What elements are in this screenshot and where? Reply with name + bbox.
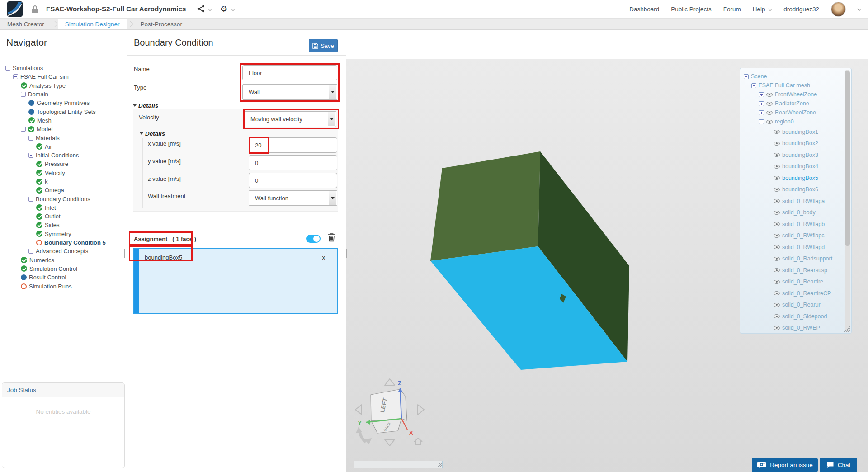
scene-tree-item[interactable]: RearWheelZone: [740, 108, 844, 117]
scene-tree-item[interactable]: boundingBox5: [740, 172, 844, 184]
orientation-widget[interactable]: LEFT BACK Z Y X: [355, 379, 424, 446]
orient-left-arrow[interactable]: [355, 405, 362, 415]
scene-tree-item[interactable]: solid_0_RWflapb: [740, 218, 844, 230]
details-section-header[interactable]: Details: [133, 102, 158, 109]
visibility-eye-icon[interactable]: [774, 222, 780, 226]
scene-tree-item[interactable]: solid_0_Rearsusp: [740, 264, 844, 276]
tree-item-label[interactable]: Mesh: [37, 117, 52, 124]
tree-toggle-icon[interactable]: [13, 74, 18, 79]
scene-item-label[interactable]: solid_0_Rearur: [782, 302, 821, 308]
scene-item-label[interactable]: boundingBox1: [782, 129, 818, 135]
scene-item-label[interactable]: solid_0_ReartireCP: [782, 290, 831, 297]
tree-item-label[interactable]: Domain: [28, 91, 48, 98]
chat-button[interactable]: Chat: [820, 458, 857, 472]
report-issue-button[interactable]: Report an issue: [752, 458, 818, 472]
visibility-eye-icon[interactable]: [766, 111, 773, 115]
tree-item-label[interactable]: Sides: [45, 222, 60, 228]
scene-item-label[interactable]: solid_0_Rearsusp: [782, 267, 827, 274]
scene-item-label[interactable]: Scene: [751, 73, 767, 80]
tree-toggle-icon[interactable]: [28, 249, 33, 254]
scene-item-label[interactable]: solid_0_RWEP: [782, 325, 820, 331]
nav-help[interactable]: Help: [753, 6, 772, 13]
visibility-eye-icon[interactable]: [774, 326, 780, 330]
navigator-tree-item[interactable]: Simulations: [0, 64, 127, 72]
tree-item-label[interactable]: FSAE Full Car sim: [20, 73, 69, 80]
scene-tree-item[interactable]: solid_0_Rearur: [740, 299, 844, 311]
visibility-eye-icon[interactable]: [774, 303, 780, 307]
tree-item-label[interactable]: Simulations: [13, 65, 43, 71]
scene-tree-item[interactable]: solid_0_body: [740, 207, 844, 219]
scene-tree-item[interactable]: boundingBox2: [740, 138, 844, 150]
scene-tree-item[interactable]: solid_0_RWflapc: [740, 230, 844, 242]
tree-item-label[interactable]: Analysis Type: [29, 82, 66, 89]
scene-tree-item[interactable]: boundingBox6: [740, 184, 844, 196]
viewport-mini-panel[interactable]: [354, 461, 443, 468]
navigator-tree-item[interactable]: Result Control: [0, 273, 127, 282]
scene-tree-item[interactable]: RadiatorZone: [740, 99, 844, 108]
scene-item-label[interactable]: solid_0_RWflapa: [782, 198, 825, 204]
tree-toggle-icon[interactable]: [751, 83, 756, 88]
username-label[interactable]: drodriguez32: [783, 6, 819, 13]
user-menu-chevron-icon[interactable]: [857, 7, 862, 11]
tree-item-label[interactable]: Pressure: [45, 160, 68, 167]
visibility-eye-icon[interactable]: [774, 142, 780, 146]
tree-toggle-icon[interactable]: [759, 101, 764, 106]
assignment-item[interactable]: boundingBox5 x: [145, 251, 333, 263]
navigator-tree-item[interactable]: Boundary Conditions: [0, 194, 127, 203]
visibility-eye-icon[interactable]: [774, 130, 780, 134]
tree-toggle-icon[interactable]: [28, 197, 33, 202]
visibility-eye-icon[interactable]: [766, 120, 773, 124]
tree-item-label[interactable]: Boundary Condition 5: [44, 239, 106, 246]
nav-dashboard[interactable]: Dashboard: [629, 6, 659, 13]
navigator-tree-item[interactable]: Materials: [0, 133, 127, 142]
scene-tree-item[interactable]: solid_0_RWflapa: [740, 195, 844, 207]
navigator-tree-item[interactable]: Advanced Concepts: [0, 247, 127, 255]
scene-tree-item[interactable]: Scene: [740, 72, 844, 81]
tree-item-label[interactable]: Simulation Control: [29, 265, 77, 272]
navigator-tree-item[interactable]: Omega: [0, 186, 127, 194]
tree-toggle-icon[interactable]: [759, 92, 764, 97]
scene-tree-item[interactable]: boundingBox4: [740, 161, 844, 173]
nav-public-projects[interactable]: Public Projects: [671, 6, 711, 13]
visibility-eye-icon[interactable]: [774, 234, 780, 238]
scene-item-label[interactable]: boundingBox4: [782, 163, 818, 170]
navigator-tree-item[interactable]: Velocity: [0, 169, 127, 177]
tree-toggle-icon[interactable]: [21, 92, 26, 97]
navigator-tree-item[interactable]: k: [0, 177, 127, 186]
tree-item-label[interactable]: Air: [45, 143, 52, 150]
visibility-eye-icon[interactable]: [774, 314, 780, 318]
save-button[interactable]: Save: [309, 39, 338, 52]
scene-item-label[interactable]: solid_0_Sidepood: [782, 313, 827, 320]
tree-item-label[interactable]: Model: [37, 126, 52, 132]
type-select[interactable]: Wall: [242, 84, 337, 100]
visibility-eye-icon[interactable]: [774, 165, 780, 169]
scene-item-label[interactable]: boundingBox3: [782, 152, 818, 158]
x-value-input[interactable]: [249, 137, 337, 153]
scene-item-label[interactable]: solid_0_Reartire: [782, 278, 823, 285]
navigator-tree-item[interactable]: Domain: [0, 90, 127, 99]
remove-assignment-button[interactable]: x: [314, 254, 334, 261]
tree-item-label[interactable]: Topological Entity Sets: [37, 109, 96, 115]
scene-tree-item[interactable]: solid_0_Sidepood: [740, 311, 844, 322]
navigator-tree-item[interactable]: Simulation Runs: [0, 282, 127, 290]
tab-simulation-designer[interactable]: Simulation Designer: [58, 19, 127, 29]
tree-toggle-icon[interactable]: [28, 153, 33, 158]
tree-item-label[interactable]: Advanced Concepts: [36, 248, 88, 255]
navigator-tree-item[interactable]: Model: [0, 125, 127, 133]
visibility-eye-icon[interactable]: [774, 211, 780, 215]
scene-tree-item[interactable]: boundingBox1: [740, 126, 844, 138]
scene-tree-item[interactable]: FrontWheelZone: [740, 90, 844, 99]
tree-toggle-icon[interactable]: [5, 66, 10, 71]
scene-item-label[interactable]: RadiatorZone: [775, 100, 809, 107]
navigator-tree-item[interactable]: Symmetry: [0, 230, 127, 238]
navigator-tree-item[interactable]: Inlet: [0, 203, 127, 212]
tree-item-label[interactable]: Numerics: [29, 257, 54, 264]
navigator-tree-item[interactable]: Geometry Primitives: [0, 99, 127, 107]
scene-tree-item[interactable]: FSAE Full Car mesh: [740, 81, 844, 90]
tree-toggle-icon[interactable]: [28, 136, 33, 141]
tree-item-label[interactable]: Inlet: [45, 204, 56, 211]
tree-toggle-icon[interactable]: [744, 74, 749, 79]
tree-item-label[interactable]: k: [45, 178, 48, 185]
tree-toggle-icon[interactable]: [759, 110, 764, 115]
tree-item-label[interactable]: Boundary Conditions: [36, 196, 90, 203]
